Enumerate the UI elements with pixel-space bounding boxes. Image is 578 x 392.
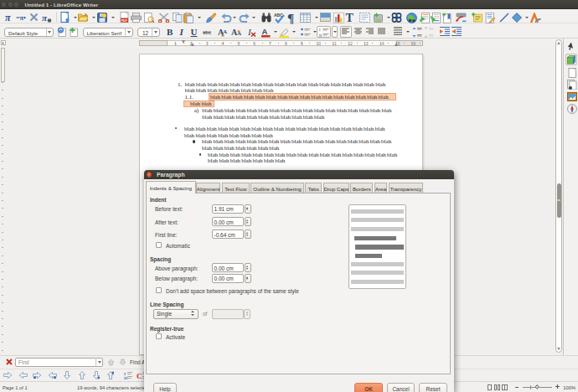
svg-text:¶: ¶: [287, 12, 294, 24]
svg-text:A: A: [223, 28, 227, 35]
svg-text:C: C: [137, 371, 142, 379]
svg-text:=π•: =π•: [16, 14, 26, 22]
svg-text:I: I: [248, 27, 252, 37]
svg-text:I: I: [319, 28, 321, 32]
svg-text:π: π: [5, 13, 11, 23]
svg-text:T: T: [346, 12, 354, 23]
svg-text:PDF: PDF: [121, 19, 127, 23]
svg-text:II: II: [124, 376, 127, 379]
svg-text:π: π: [42, 13, 48, 23]
svg-text:A: A: [261, 27, 267, 36]
svg-text:I: I: [124, 371, 126, 375]
svg-text:II: II: [319, 33, 322, 37]
